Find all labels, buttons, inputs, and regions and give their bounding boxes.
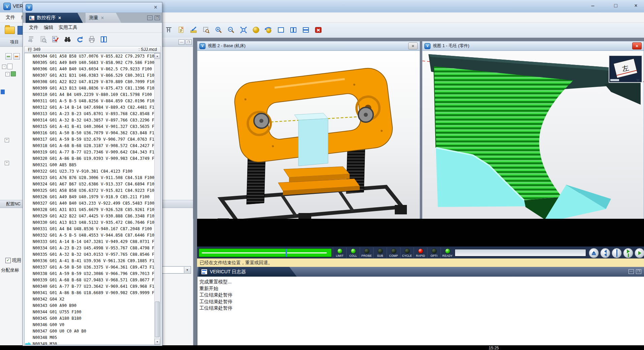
status-led[interactable]: PROBE [360,247,373,258]
nc-line[interactable]: N00327 G01 A40 B40 U43.233 V-922.499 C85… [25,200,155,207]
nc-line[interactable]: N00347 G00 U0 C0 A0 B0 [25,328,155,335]
nc-line[interactable]: N00331 G01 A4 B4 U48.8536 V-940.167 C87.… [25,226,155,232]
split-vertical-layout-icon[interactable] [288,25,298,35]
viewport-stock-close-icon[interactable]: × [632,42,642,49]
log-minimize-icon[interactable]: — [629,269,634,274]
nc-line[interactable]: N00335 G01 A-32 B-32 U43.0153 V-957.765 … [25,251,155,258]
status-led[interactable]: SUB [373,247,387,258]
tree-expander-icon[interactable]: - [2,65,6,69]
nc-code-list[interactable]: N00304 G01 A58 B58 U37.0076 V-855.822 C7… [24,53,161,345]
panel-float-icon[interactable]: ❐ [186,39,192,45]
nc-line[interactable]: N00338 G01 A-59 B-59 U32.3086 V-966.796 … [25,271,155,277]
scroll-up-icon[interactable]: ▲ [155,53,160,59]
nc-menu-item[interactable]: 编辑 [41,24,56,32]
nc-minimize-icon[interactable]: — [147,15,153,20]
section-cut-icon[interactable] [189,25,199,35]
machine-3d-canvas[interactable] [197,51,420,219]
tree-tool-icon[interactable] [5,53,12,60]
nc-line[interactable]: N00310 G01 A4 B4 U49.2239 V-880.169 C81.… [25,92,155,98]
nc-line[interactable]: N00346 G00 V0 [25,322,155,328]
status-led[interactable]: READY [441,247,454,258]
nc-line[interactable]: N00317 G01 A-59 B-59 U32.679 V-906.797 C… [25,136,155,143]
active-checkbox[interactable]: ✓ [5,258,11,263]
nc-line[interactable]: N00305 G01 A49 B49 U40.5683 V-858.902 C7… [25,60,155,66]
nc-line[interactable]: N00319 G01 A-77 B-77 U23.7346 V-909.642 … [25,149,155,155]
nc-line[interactable]: N00348 M05 [25,335,155,341]
nc-search-icon[interactable] [38,35,48,44]
play-button[interactable] [635,248,644,258]
print-icon[interactable] [87,35,96,44]
tree-selected-row[interactable] [1,90,5,94]
zoom-out-icon[interactable] [226,25,236,35]
zoom-window-icon[interactable] [201,25,211,35]
nc-line[interactable]: N00334 G01 A-23 B-23 U45.4998 V-953.767 … [25,245,155,251]
nc-line[interactable]: N00343 G00 A90 B90 [25,303,155,309]
status-led[interactable]: CYCLE [400,247,414,258]
scroll-down-icon[interactable]: ▼ [155,339,160,345]
nc-line[interactable]: N00311 G01 A-5 B-5 U48.8256 V-884.859 C8… [25,98,155,104]
rewind-button[interactable] [600,248,610,258]
status-led[interactable]: OPTI [427,247,441,258]
close-button[interactable]: × [629,1,643,10]
report-icon[interactable] [176,25,186,35]
close-view-icon[interactable] [313,25,323,35]
nc-line[interactable]: N00312 G01 A-14 B-14 U47.6984 V-889.43 C… [25,104,155,111]
nc-line[interactable]: N00315 G01 A-41 B-41 U40.3064 V-901.327 … [25,124,155,130]
viewport-stock-titlebar[interactable]: V 视图 1 - 毛坯 (零件) × [422,41,644,51]
nc-check-icon[interactable]: NC [51,35,60,44]
viewport-machine-close-icon[interactable]: × [408,42,418,49]
scroll-thumb[interactable] [155,302,160,337]
nc-line[interactable]: N00349 M30 [25,341,155,345]
nc-line[interactable]: N00318 G01 A-68 B-68 U28.3187 V-908.572 … [25,143,155,149]
nc-line[interactable]: N00330 G01 A13 B13 U48.5132 V-935.472 C8… [25,219,155,226]
tree-project-icon[interactable] [7,64,12,69]
maximize-button[interactable]: □ [608,1,623,10]
nc-line[interactable]: N00342 G04 X2 [25,296,155,303]
log-tab[interactable]: VERICUT 日志器 [198,267,297,277]
split-horizontal-layout-icon[interactable] [301,25,311,35]
tree-tool2-icon[interactable] [13,53,20,60]
nc-line[interactable]: N00332 G01 A-5 B-5 U48.4553 V-944.858 C8… [25,232,155,239]
nc-line[interactable]: N00308 G01 A22 B22 U47.8129 V-870.889 C8… [25,79,155,85]
nc-line[interactable]: N00324 G01 A67 B67 U32.6386 V-913.337 C8… [25,181,155,187]
nc-line[interactable]: N00323 G01 A76 B76 U28.3006 V-911.508 C8… [25,175,155,181]
tab-close-icon[interactable]: × [101,15,104,21]
nc-line[interactable]: N00345 G00 A180 B180 [25,315,155,322]
nc-line[interactable]: N00320 G01 A-86 B-86 U19.0393 V-909.983 … [25,155,155,162]
panel-minimize-icon[interactable]: — [179,39,185,45]
main-menu-item[interactable]: 文件 [3,13,18,22]
single-view-layout-icon[interactable] [276,25,286,35]
eject-button[interactable] [589,248,599,258]
nc-line[interactable]: N00314 G01 A-32 B-32 U43.3857 V-897.766 … [25,117,155,124]
nc-line[interactable]: N00340 G01 A-77 B-77 U23.3642 V-969.641 … [25,283,155,290]
viewport-machine-titlebar[interactable]: V 视图 2 - Base (机床) × [197,41,420,51]
stock-3d-canvas[interactable]: 左 [422,51,644,219]
nc-scrollbar[interactable]: ▲ ▼ [154,53,160,345]
rotate-view-icon[interactable] [263,25,273,35]
step-to-end-button[interactable] [623,248,633,258]
nc-line[interactable]: N00321 G00 A85 B85 [25,162,155,168]
nc-float-icon[interactable]: ❐ [155,15,160,20]
status-led[interactable]: COLL [346,247,360,258]
nc-line[interactable]: N00339 G01 A-68 B-68 U27.9483 V-968.571 … [25,277,155,283]
nc-line[interactable]: N00333 G01 A-14 B-14 U47.3281 V-949.429 … [25,239,155,245]
nc-line[interactable]: N00325 G01 A58 B58 U36.6372 V-915.821 C8… [25,187,155,194]
log-float-icon[interactable]: ❐ [636,269,641,274]
nc-line[interactable]: N00307 G01 A31 B31 U46.0383 V-866.529 C8… [25,72,155,79]
nc-line[interactable]: N00341 G01 A-86 B-86 U18.6689 V-969.982 … [25,290,155,296]
status-led[interactable]: COMP [387,247,400,258]
shade-sphere-icon[interactable] [251,25,261,35]
nc-line[interactable]: N00316 G01 A-50 B-50 U36.7079 V-904.362 … [25,130,155,136]
simulation-progress-bar[interactable] [199,248,332,257]
nc-line[interactable]: N00309 G01 A13 B13 U48.8836 V-875.473 C8… [25,85,155,92]
minimize-button[interactable]: – [585,1,600,10]
nc-line[interactable]: N00344 G01 U755 F100 [25,309,155,315]
tree-expander3-icon[interactable]: + [5,138,9,142]
status-led[interactable]: LIMIT [333,247,346,258]
progress-marker[interactable] [286,249,287,257]
nc-line[interactable]: N00313 G01 A-23 B-23 U45.8701 V-893.768 … [25,111,155,117]
tab-nc-program[interactable]: 数控程序 × [26,13,83,23]
zoom-in-icon[interactable] [214,25,224,35]
nc-menu-item[interactable]: 文件 [26,24,41,32]
nc-line[interactable]: N00337 G01 A-50 B-50 U36.3375 V-964.361 … [25,264,155,271]
